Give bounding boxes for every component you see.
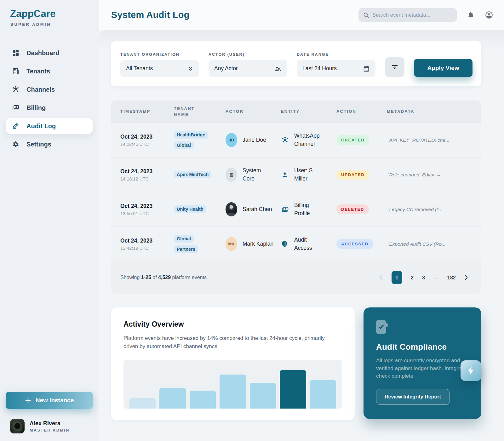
tenant-filter-select[interactable]: All Tenants	[120, 60, 199, 77]
col-header-entity: ENTITY	[281, 108, 336, 115]
sidebar-item-channels[interactable]: Channels	[6, 82, 93, 97]
page-ellipsis: ...	[433, 275, 438, 280]
account-icon[interactable]	[485, 11, 493, 19]
apply-view-button[interactable]: Apply View	[414, 59, 472, 77]
page-title: System Audit Log	[111, 10, 190, 20]
avatar: MK	[226, 237, 237, 251]
audit-table: TIMESTAMP TENANT NAME ACTOR ENTITY ACTIO…	[111, 100, 481, 294]
activity-overview-card: Activity Overview Platform events have i…	[111, 307, 355, 420]
row-date: Oct 24, 2023	[120, 203, 174, 209]
table-row[interactable]: Oct 24, 2023 14:18:12 UTC Apex MedTech S…	[111, 157, 481, 192]
date-filter-select[interactable]: Last 24 Hours	[297, 60, 375, 77]
page-button-2[interactable]: 2	[411, 275, 414, 281]
col-header-tenant: TENANT NAME	[174, 106, 209, 118]
col-header-action: ACTION	[336, 108, 387, 115]
dashboard-icon	[12, 49, 20, 57]
action-badge: CREATED	[336, 135, 369, 145]
content: TENANT ORGANIZATION All Tenants ACTOR (U…	[99, 30, 504, 441]
gear-icon	[12, 140, 20, 148]
review-integrity-report-button[interactable]: Review Integrity Report	[376, 389, 450, 405]
sidebar-item-label: Billing	[26, 104, 46, 112]
prev-page-chevron-icon[interactable]	[379, 275, 383, 280]
sidebar-item-label: Tenants	[26, 68, 50, 75]
banknote-icon	[281, 205, 289, 214]
sidebar: ZappCare SUPER ADMIN Dashboard Tenants C…	[0, 0, 99, 441]
col-header-timestamp: TIMESTAMP	[120, 108, 174, 115]
table-row[interactable]: Oct 24, 2023 13:42:19 UTC Global Partner…	[111, 226, 481, 261]
row-date: Oct 24, 2023	[120, 134, 174, 140]
sidebar-nav: Dashboard Tenants Channels Billing Audit…	[6, 45, 93, 152]
table-footer: Showing 1-25 of 4,529 platform events 1 …	[111, 261, 481, 294]
col-header-actor: ACTOR	[226, 108, 281, 115]
sidebar-item-audit-log[interactable]: Audit Log	[6, 118, 93, 134]
tenant-pill: Unity Health	[174, 205, 206, 213]
entity-name: User: S. Miller	[294, 167, 326, 183]
person-icon	[281, 171, 289, 179]
user-avatar	[10, 419, 25, 433]
row-time: 13:55:01 UTC	[120, 211, 174, 216]
search-box[interactable]	[358, 8, 457, 22]
photo-avatar	[226, 202, 237, 216]
action-badge: UPDATED	[336, 170, 369, 180]
actor-name: Mark Kaplan	[243, 240, 273, 248]
metadata-text: "Role changed: Editor → ...	[387, 172, 472, 178]
double-chevron-down-icon	[188, 66, 193, 71]
new-instance-button[interactable]: New Instance	[6, 392, 93, 409]
date-filter-label: DATE RANGE	[297, 52, 375, 57]
actor-filter-label: ACTOR (USER)	[209, 52, 287, 57]
new-instance-label: New Instance	[36, 397, 74, 404]
tenant-pill: Apex MedTech	[174, 171, 211, 178]
chart-bar	[190, 391, 216, 409]
chart-bar	[280, 370, 306, 409]
row-time: 14:18:12 UTC	[120, 176, 174, 181]
calendar-icon	[363, 65, 370, 72]
table-row[interactable]: Oct 24, 2023 13:55:01 UTC Unity Health S…	[111, 192, 481, 226]
row-date: Oct 24, 2023	[120, 238, 174, 244]
person-search-icon	[274, 65, 282, 72]
bolt-fab-button[interactable]	[461, 360, 481, 381]
app-logo: ZappCare	[6, 8, 93, 20]
chart-bar	[220, 375, 246, 409]
main-area: System Audit Log TENANT ORGANIZATION All	[99, 0, 504, 441]
clipboard-check-icon	[376, 320, 386, 334]
results-summary: Showing 1-25 of 4,529 platform events	[120, 275, 207, 280]
compliance-description: All logs are currently encrypted and ver…	[376, 357, 467, 380]
chart-bar	[310, 380, 336, 408]
notifications-bell-icon[interactable]	[467, 11, 475, 19]
sidebar-item-dashboard[interactable]: Dashboard	[6, 45, 93, 61]
plus-icon	[25, 397, 31, 404]
page-button-3[interactable]: 3	[422, 275, 425, 281]
metadata-text: "Exported Audit CSV (Ro...	[387, 241, 472, 247]
activity-title: Activity Overview	[123, 320, 342, 329]
compliance-title: Audit Compliance	[376, 342, 469, 352]
banknote-icon	[12, 104, 20, 112]
metadata-text: "API_KEY_ROTATED: cha...	[387, 137, 472, 143]
sidebar-item-tenants[interactable]: Tenants	[6, 63, 93, 79]
page-button-1[interactable]: 1	[392, 271, 402, 284]
activity-description: Platform events have increased by 14% co…	[123, 334, 325, 351]
chart-bar	[129, 398, 156, 408]
tenant-pill: HealthBridge Global	[174, 131, 208, 149]
filter-options-button[interactable]	[385, 57, 404, 77]
building-icon	[12, 67, 20, 75]
chart-bar	[159, 388, 186, 409]
current-user[interactable]: Alex Rivera MASTER ADMIN	[6, 419, 93, 433]
page-button-182[interactable]: 182	[447, 275, 456, 281]
sidebar-item-billing[interactable]: Billing	[6, 100, 93, 116]
chart-bar	[250, 383, 276, 409]
activity-bar-chart	[123, 360, 342, 409]
actor-name: Jane Doe	[243, 136, 266, 144]
bolt-icon	[467, 366, 475, 375]
search-input[interactable]	[372, 12, 452, 18]
sidebar-item-label: Audit Log	[26, 123, 56, 130]
next-page-chevron-icon[interactable]	[464, 275, 468, 280]
filter-bar: TENANT ORGANIZATION All Tenants ACTOR (U…	[111, 41, 481, 86]
row-date: Oct 24, 2023	[120, 168, 174, 175]
actor-filter-select[interactable]: Any Actor	[209, 60, 287, 77]
table-row[interactable]: Oct 24, 2023 14:22:45 UTC HealthBridge G…	[111, 123, 481, 157]
topbar: System Audit Log	[99, 0, 504, 30]
sidebar-item-settings[interactable]: Settings	[6, 136, 93, 152]
actor-name: Sarah Chen	[243, 205, 272, 213]
metadata-text: "Legacy CC removed (*...	[387, 207, 472, 212]
col-header-metadata: METADATA	[387, 108, 472, 115]
